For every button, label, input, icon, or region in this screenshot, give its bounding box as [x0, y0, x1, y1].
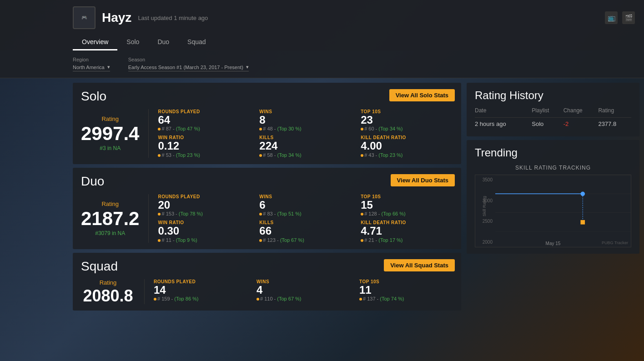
tab-overview[interactable]: Overview: [73, 35, 117, 50]
squad-rating-label: Rating: [100, 279, 117, 286]
nav-tabs: Overview Solo Duo Squad: [73, 35, 635, 50]
duo-stat-kdr: KILL DEATH RATIO 4.71 # 21 - (Top 17 %): [361, 220, 453, 242]
view-all-squad-button[interactable]: View All Squad Stats: [384, 259, 455, 271]
trending-title: Trending: [475, 146, 631, 159]
header-top: 🎮 Hayz Last updated 1 minute ago 📺 🎬: [73, 6, 635, 29]
solo-rating-label: Rating: [101, 115, 119, 122]
squad-stat-rounds: ROUNDS PLAYED 14 # 159 - (Top 86 %): [154, 279, 247, 304]
region-select[interactable]: North America ▾: [73, 64, 110, 71]
solo-rating-block: Rating 2997.4 #3 in NA: [81, 109, 149, 158]
duo-stat-rounds: ROUNDS PLAYED 20 # 153 - (Top 78 %): [158, 194, 250, 216]
last-updated: Last updated 1 minute ago: [138, 15, 208, 21]
view-all-solo-button[interactable]: View All Solo Stats: [389, 89, 455, 101]
solo-stat-top10: TOP 10S 23 # 60 - (Top 34 %): [361, 109, 453, 131]
duo-rating-value: 2187.2: [81, 209, 139, 228]
squad-stat-wins: WINS 4 # 110 - (Top 67 %): [257, 279, 350, 304]
chart-x-label: May 15: [546, 241, 561, 246]
season-value: Early Access Season #1 (March 23, 2017 -…: [128, 65, 243, 70]
solo-section: Solo View All Solo Stats Rating 2997.4 #…: [73, 83, 461, 164]
col-rating: Rating: [598, 107, 631, 118]
squad-stat-top10: TOP 10S 11 # 137 - (Top 74 %): [359, 279, 453, 304]
chart-area: 3500 3000 2500 2000 Skill Rating: [475, 175, 631, 247]
squad-rating-block: Rating 2080.8: [81, 279, 145, 304]
duo-stats-pairs: ROUNDS PLAYED 20 # 153 - (Top 78 %) WINS…: [158, 194, 453, 243]
chart-svg: [495, 175, 631, 232]
season-chevron: ▾: [246, 64, 249, 70]
duo-stat-winratio: WIN RATIO 0.30 # 11 - (Top 9 %): [158, 220, 250, 242]
header-icons: 📺 🎬: [605, 11, 635, 24]
history-playlist: Solo: [532, 118, 563, 130]
rating-history-table: Date Playlist Change Rating 2 hours ago …: [475, 107, 631, 130]
duo-stats-grid: Rating 2187.2 #3079 in NA ROUNDS PLAYED …: [81, 194, 453, 243]
squad-rating-value: 2080.8: [83, 288, 133, 304]
duo-stat-wins: WINS 6 # 83 - (Top 51 %): [259, 194, 352, 216]
region-value: North America: [73, 65, 105, 70]
region-filter: Region North America ▾: [73, 57, 110, 71]
duo-stat-top10: TOP 10S 15 # 128 - (Top 66 %): [361, 194, 453, 216]
header: 🎮 Hayz Last updated 1 minute ago 📺 🎬 Ove…: [0, 0, 644, 50]
solo-stat-wins: WINS 8 # 48 - (Top 30 %): [259, 109, 352, 131]
solo-stats-pairs: ROUNDS PLAYED 64 # 87 - (Top 47 %) WINS …: [158, 109, 453, 158]
squad-section: Squad View All Squad Stats Rating 2080.8…: [73, 253, 461, 311]
y-axis-label-wrap: Skill Rating: [480, 175, 489, 238]
duo-rating-block: Rating 2187.2 #3079 in NA: [81, 194, 149, 243]
history-change: -2: [564, 118, 599, 130]
season-label: Season: [128, 57, 249, 62]
twitch-icon[interactable]: 📺: [605, 11, 618, 24]
tab-duo[interactable]: Duo: [148, 35, 178, 50]
svg-point-5: [580, 192, 585, 196]
skill-rating-label: Skill Rating: [482, 196, 487, 216]
solo-rating-rank: #3 in NA: [100, 145, 121, 151]
y-label-2000: 2000: [483, 240, 493, 245]
right-panel: Rating History Date Playlist Change Rati…: [467, 83, 639, 356]
rating-history-panel: Rating History Date Playlist Change Rati…: [467, 83, 639, 136]
solo-stat-kdr: KILL DEATH RATIO 4.00 # 43 - (Top 23 %): [361, 135, 453, 157]
solo-stat-winratio: WIN RATIO 0.12 # 53 - (Top 23 %): [158, 135, 250, 157]
username: Hayz: [102, 10, 131, 25]
season-select[interactable]: Early Access Season #1 (March 23, 2017 -…: [128, 64, 249, 71]
history-row: 2 hours ago Solo -2 2377.8: [475, 118, 631, 130]
main-layout: Solo View All Solo Stats Rating 2997.4 #…: [0, 78, 644, 361]
duo-stat-kills: KILLS 66 # 123 - (Top 67 %): [259, 220, 352, 242]
region-label: Region: [73, 57, 110, 62]
col-date: Date: [475, 107, 532, 118]
svg-rect-7: [580, 220, 585, 225]
history-rating: 2377.8: [598, 118, 631, 130]
duo-rating-rank: #3079 in NA: [95, 230, 125, 236]
chart-watermark: PUBG Tracker: [602, 241, 628, 245]
duo-rating-label: Rating: [101, 201, 119, 207]
squad-stats-pairs: ROUNDS PLAYED 14 # 159 - (Top 86 %) WINS…: [154, 279, 453, 304]
solo-rating-value: 2997.4: [81, 124, 139, 143]
duo-section: Duo View All Duo Stats Rating 2187.2 #30…: [73, 168, 461, 249]
view-all-duo-button[interactable]: View All Duo Stats: [391, 174, 455, 186]
avatar: 🎮: [73, 6, 96, 29]
col-playlist: Playlist: [532, 107, 563, 118]
avatar-image: 🎮: [81, 15, 87, 20]
col-change: Change: [564, 107, 599, 118]
chart-title: SKILL RATING TRACKING: [475, 165, 631, 171]
region-chevron: ▾: [107, 64, 110, 70]
trending-panel: Trending SKILL RATING TRACKING 3500 3000…: [467, 140, 639, 254]
content-wrapper: 🎮 Hayz Last updated 1 minute ago 📺 🎬 Ove…: [0, 0, 644, 361]
season-filter: Season Early Access Season #1 (March 23,…: [128, 57, 249, 71]
solo-stat-kills: KILLS 224 # 58 - (Top 34 %): [259, 135, 352, 157]
tab-squad[interactable]: Squad: [178, 35, 215, 50]
filters-bar: Region North America ▾ Season Early Acce…: [0, 50, 644, 78]
solo-stats-grid: Rating 2997.4 #3 in NA ROUNDS PLAYED 64 …: [81, 109, 453, 158]
history-date: 2 hours ago: [475, 118, 532, 130]
squad-stats-grid: Rating 2080.8 ROUNDS PLAYED 14 # 159 - (…: [81, 279, 453, 304]
tab-solo[interactable]: Solo: [117, 35, 148, 50]
rating-history-title: Rating History: [475, 89, 631, 102]
stats-column: Solo View All Solo Stats Rating 2997.4 #…: [73, 83, 461, 356]
stream-icon[interactable]: 🎬: [622, 11, 635, 24]
solo-stat-rounds: ROUNDS PLAYED 64 # 87 - (Top 47 %): [158, 109, 250, 131]
